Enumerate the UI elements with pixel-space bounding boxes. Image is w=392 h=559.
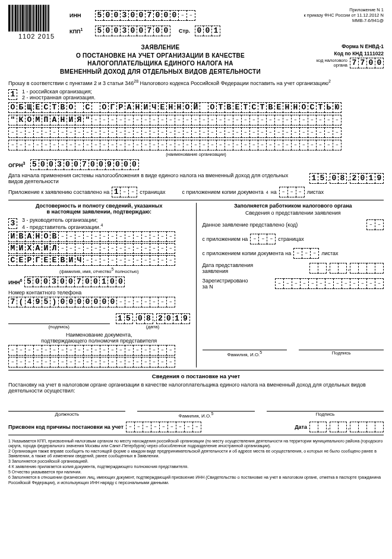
patronymic-field[interactable]: СЕРГЕЕВИЧ----------- xyxy=(8,255,175,266)
attach-sheets-field[interactable]: --- xyxy=(279,187,305,197)
ogrn-field[interactable]: 5003007009000 xyxy=(30,159,139,170)
reg-sign-line[interactable] xyxy=(267,403,384,412)
rb-line3a: с приложением копии документа на xyxy=(203,250,292,256)
role-3: 3 - руководитель организации; xyxy=(22,217,103,223)
org-name-row4[interactable]: ---------------------------------------- xyxy=(8,140,342,150)
confirm-date-label: (дата) xyxy=(116,324,190,329)
signature-line[interactable] xyxy=(8,316,110,324)
org-type-2: 2 - иностранная организация. xyxy=(22,95,96,101)
reg-text: Постановку на учет в налоговом органе ор… xyxy=(8,382,384,394)
firstname-field[interactable]: МИХАИЛ-------------- xyxy=(8,243,175,254)
kpp-label: КПП xyxy=(69,29,80,34)
confirm-heading2: в настоящем заявлении, подтверждаю: xyxy=(8,209,190,215)
footnotes: 1 Указывается КПП, присвоенный налоговым… xyxy=(8,439,384,485)
rb-line4a: Дата представления xyxy=(203,262,254,268)
start-date-field[interactable]: 15.08.2019 xyxy=(309,173,384,184)
title-line3: НАЛОГОПЛАТЕЛЬЩИКА ЕДИНОГО НАЛОГА НА xyxy=(8,59,312,68)
title-line4: ВМЕНЕННЫЙ ДОХОД ДЛЯ ОТДЕЛЬНЫХ ВИДОВ ДЕЯТ… xyxy=(8,68,312,76)
rb-date-field[interactable]: .. xyxy=(309,263,384,274)
reg-kpp-field[interactable]: --------- xyxy=(126,422,201,432)
barcode-number: 1102 2015 xyxy=(8,33,65,40)
role-field[interactable]: 3 xyxy=(8,218,17,229)
rb-regn-field[interactable]: ------------- xyxy=(275,278,384,289)
rb-code-field[interactable]: -- xyxy=(366,219,384,230)
rb-sheets-field[interactable]: --- xyxy=(293,248,319,259)
attach-text1: Приложение к заявлению составлено на xyxy=(8,189,109,195)
signature-label: (подпись) xyxy=(8,324,110,329)
confirm-inn-label: ИНН xyxy=(8,280,20,285)
reg-heading: Сведения о постановке на учет xyxy=(8,370,384,379)
doc-row2[interactable]: -------------------- xyxy=(8,357,175,368)
reg-position-line[interactable] xyxy=(8,403,125,412)
reg-fio-line[interactable] xyxy=(137,403,254,412)
tax-code-label: код налогового органа xyxy=(315,58,347,68)
order-ref: к приказу ФНС России от 11.12.2012 N ММВ… xyxy=(304,12,384,23)
rb-sub: Сведения о представлении заявления xyxy=(203,210,384,216)
attach-pages-field[interactable]: 1-- xyxy=(112,187,137,197)
page-label: Стр. xyxy=(179,28,190,34)
attach-text2: с приложением копии документа xyxy=(182,189,264,195)
reg-date-field[interactable]: .. xyxy=(309,422,384,432)
rb-line2b: страницах xyxy=(278,236,304,242)
org-name-row1[interactable]: ОБЩЕСТВОСОГРАНИЧЕННОЙОТВЕТСТВЕННОСТЬЮ xyxy=(8,102,342,113)
rb-line3b: листах xyxy=(321,250,338,256)
ogrn-label: ОГРН xyxy=(8,162,23,168)
reg-position-label: Должность xyxy=(8,412,125,417)
title-line1: ЗАЯВЛЕНИЕ xyxy=(8,43,312,52)
attach-pages-label: страницах xyxy=(140,189,165,195)
attach-sheets-label: листах xyxy=(307,189,324,195)
reg-sign-label: Подпись xyxy=(267,412,384,417)
inn-label: ИНН xyxy=(69,12,90,18)
role-4: 4 - представитель организации. xyxy=(22,224,100,230)
doc-label1: Наименование документа, xyxy=(8,332,190,338)
title-line2: О ПОСТАНОВКЕ НА УЧЕТ ОРГАНИЗАЦИИ В КАЧЕС… xyxy=(8,52,312,60)
barcode: 1102 2015 xyxy=(8,5,65,40)
phone-label: Номер контактного телефона xyxy=(8,290,190,296)
rb-heading: Заполняется работником налогового органа xyxy=(203,203,384,209)
confirm-date-field[interactable]: 15.08.2019 xyxy=(116,313,190,324)
rb-sign-line[interactable] xyxy=(299,342,384,350)
confirm-inn-field[interactable]: 500300700100 xyxy=(24,277,125,287)
confirm-heading1: Достоверность и полноту сведений, указан… xyxy=(8,203,190,209)
org-name-row3[interactable]: ---------------------------------------- xyxy=(8,127,342,138)
form-code: Форма N ЕНВД-1 xyxy=(312,43,384,49)
fio-caption: (фамилия, имя, отчество5 полностью) xyxy=(8,267,190,274)
rb-line2a: с приложением на xyxy=(203,236,248,242)
lastname-field[interactable]: ИВАНОВ-------------- xyxy=(8,231,175,242)
rb-fio-line[interactable] xyxy=(203,342,287,350)
kpp-field[interactable]: 500300700 xyxy=(95,26,170,36)
attachment-note: Приложение N 1 xyxy=(349,7,384,12)
org-name-caption: (наименование организации) xyxy=(8,152,384,157)
knd-code: Код по КНД 1111022 xyxy=(312,51,384,56)
org-type-field[interactable]: 1 xyxy=(8,89,17,100)
attach-on: на xyxy=(271,189,277,195)
rb-line1: Данное заявление представлено (код) xyxy=(203,222,298,228)
org-name-row2[interactable]: "КОМПАНИЯ"------------------------------ xyxy=(8,115,342,125)
tax-code-field[interactable]: 7700 xyxy=(350,58,384,68)
reg-kpp-label: Присвоен код причины постановки на учет xyxy=(8,424,124,430)
rb-line5b: за N xyxy=(203,284,248,290)
rb-line5a: Зарегистрировано xyxy=(203,278,248,284)
start-date-label: Дата начала применения системы налогообл… xyxy=(8,172,309,184)
org-type-1: 1 - российская организация; xyxy=(22,89,96,95)
doc-row1[interactable]: -------------------- xyxy=(8,345,175,356)
reg-date-label: Дата xyxy=(295,424,307,430)
inn-field[interactable]: 5003007000-- xyxy=(95,10,195,21)
page-field: 001 xyxy=(195,26,220,36)
intro-text: Прошу в соответствии с пунктами 2 и 3 ст… xyxy=(8,79,384,86)
phone-field[interactable]: 7(495)0000000------- xyxy=(8,297,175,307)
rb-line4b: заявления xyxy=(203,268,254,274)
doc-label2: подтверждающего полномочия представителя xyxy=(8,338,190,344)
rb-pages-field[interactable]: --- xyxy=(250,234,276,244)
